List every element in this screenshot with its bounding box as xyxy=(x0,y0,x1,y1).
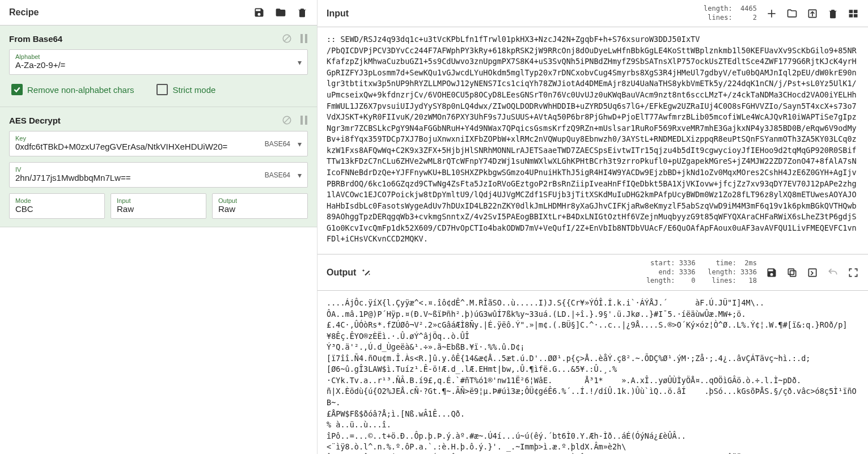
svg-rect-2 xyxy=(300,34,303,43)
clear-recipe-icon[interactable] xyxy=(297,7,308,18)
aes-mode-field[interactable]: Mode CBC xyxy=(9,193,105,219)
check-icon xyxy=(11,84,23,95)
alphabet-field[interactable]: Alphabet A-Za-z0-9+/= ▾ xyxy=(9,49,308,75)
aes-input-field[interactable]: Input Raw xyxy=(111,193,206,219)
pause-op-icon[interactable] xyxy=(300,33,308,44)
recipe-header: Recipe xyxy=(0,0,317,26)
open-file-icon[interactable] xyxy=(807,8,818,19)
load-recipe-icon[interactable] xyxy=(275,7,286,18)
svg-rect-12 xyxy=(849,10,853,13)
maximize-output-icon[interactable] xyxy=(848,267,859,278)
disable-op-icon[interactable] xyxy=(282,33,292,44)
input-text[interactable]: :: SEWD/RSJz4q93dq1c+u3tVcKPbLfn1fTrwl01… xyxy=(317,27,868,254)
svg-rect-7 xyxy=(305,116,307,125)
svg-rect-6 xyxy=(300,116,303,125)
op-title-aes-decrypt: AES Decrypt xyxy=(9,116,61,125)
output-title: Output xyxy=(327,268,356,278)
toggle-layout-icon[interactable] xyxy=(848,8,859,19)
svg-rect-15 xyxy=(854,14,858,17)
aes-input-label: Input xyxy=(117,197,200,204)
output-text[interactable]: ....ÁjÔc.ÿíX{l.Çyÿæ^<.¤.îô¢dÊ^.M.RÎãSO..… xyxy=(317,291,868,454)
alphabet-label: Alphabet xyxy=(15,53,302,60)
svg-line-5 xyxy=(285,118,290,123)
aes-mode-value: CBC xyxy=(15,204,99,214)
svg-rect-16 xyxy=(790,270,796,276)
recipe-title: Recipe xyxy=(9,7,39,18)
strict-mode-label: Strict mode xyxy=(172,85,215,95)
unchecked-box-icon xyxy=(156,84,168,95)
clear-input-icon[interactable] xyxy=(827,8,839,19)
save-output-icon[interactable] xyxy=(766,267,777,278)
svg-rect-14 xyxy=(849,14,853,17)
aes-mode-label: Mode xyxy=(15,197,99,204)
op-title-from-base64: From Base64 xyxy=(9,34,62,44)
alphabet-value: A-Za-z0-9+/= xyxy=(15,60,302,70)
aes-key-field[interactable]: Key 0xdfc6tTBkD+M0zxU7egGVErAsa/NtkVIHXe… xyxy=(9,131,308,156)
aes-output-value: Raw xyxy=(218,204,302,214)
aes-output-label: Output xyxy=(218,197,302,204)
aes-key-value: 0xdfc6tTBkD+M0zxU7egGVErAsa/NtkVIHXeHDUi… xyxy=(15,142,302,151)
svg-line-1 xyxy=(285,36,290,41)
input-stats: length: 4465 lines: 2 xyxy=(704,5,757,22)
remove-non-alpha-checkbox[interactable]: Remove non-alphabet chars xyxy=(11,84,134,95)
input-header: Input length: 4465 lines: 2 xyxy=(317,0,868,27)
add-input-tab-icon[interactable] xyxy=(766,8,777,19)
chevron-down-icon[interactable]: ▾ xyxy=(298,58,302,67)
chevron-down-icon[interactable]: ▾ xyxy=(298,171,302,180)
strict-mode-checkbox[interactable]: Strict mode xyxy=(156,84,215,95)
disable-op-icon[interactable] xyxy=(282,115,292,125)
op-aes-decrypt: AES Decrypt Key 0xdfc6tTBkD+M0zxU7egGVEr… xyxy=(0,107,317,227)
open-folder-icon[interactable] xyxy=(786,8,798,19)
svg-rect-17 xyxy=(788,269,794,274)
output-stats: start: 3336 time: 2ms end: 3336 length: … xyxy=(646,259,757,286)
pause-op-icon[interactable] xyxy=(300,115,308,125)
magic-icon[interactable] xyxy=(362,268,372,278)
save-recipe-icon[interactable] xyxy=(253,7,265,18)
svg-rect-13 xyxy=(854,10,858,13)
aes-input-value: Raw xyxy=(117,204,200,214)
aes-iv-value: 2hn/J717js1MwdbbqMn7Lw== xyxy=(15,173,302,183)
copy-output-icon[interactable] xyxy=(786,267,798,278)
aes-key-label: Key xyxy=(15,135,302,142)
aes-iv-label: IV xyxy=(15,166,302,173)
aes-key-format[interactable]: BASE64 xyxy=(265,140,290,148)
undo-icon[interactable] xyxy=(827,267,839,278)
input-title: Input xyxy=(327,9,349,19)
svg-rect-3 xyxy=(305,34,307,43)
aes-iv-format[interactable]: BASE64 xyxy=(265,171,290,179)
remove-non-alpha-label: Remove non-alphabet chars xyxy=(27,85,134,95)
aes-iv-field[interactable]: IV 2hn/J717js1MwdbbqMn7Lw== BASE64 ▾ xyxy=(9,162,308,188)
output-header: Output start: 3336 time: 2ms end: 3336 l… xyxy=(317,254,868,291)
move-output-to-input-icon[interactable] xyxy=(807,267,818,278)
chevron-down-icon[interactable]: ▾ xyxy=(298,139,302,148)
op-from-base64: From Base64 Alphabet A-Za-z0-9+/= ▾ Remo… xyxy=(0,26,317,107)
aes-output-field[interactable]: Output Raw xyxy=(212,193,308,219)
